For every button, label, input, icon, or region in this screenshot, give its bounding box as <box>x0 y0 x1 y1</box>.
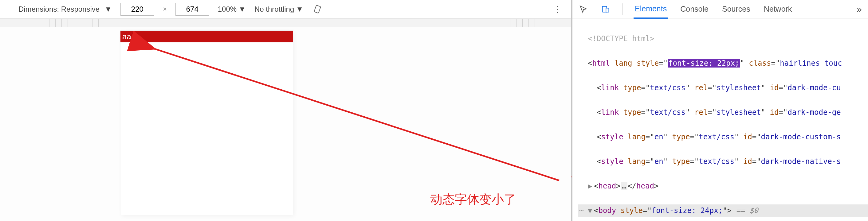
devtools-tabbar: Elements Console Sources Network » <box>572 0 868 19</box>
svg-rect-0 <box>314 5 321 13</box>
chevron-down-icon: ▼ <box>104 5 112 13</box>
dom-style2[interactable]: <style lang="en" type="text/css" id="dar… <box>578 155 868 168</box>
zoom-value: 100% <box>218 5 237 13</box>
zoom-dropdown[interactable]: 100% ▼ <box>218 5 246 13</box>
device-toggle-icon[interactable] <box>600 4 611 15</box>
dom-html-open[interactable]: <html lang style="font-size: 22px;" clas… <box>578 57 868 69</box>
dom-tree[interactable]: <!DOCTYPE html> <html lang style="font-s… <box>572 19 868 221</box>
inspect-icon[interactable] <box>578 4 589 15</box>
dom-style1[interactable]: <style lang="en" type="text/css" id="dar… <box>578 131 868 143</box>
device-stage: aaa 动态字体变小了 <box>0 27 571 221</box>
tabs-overflow-icon[interactable]: » <box>857 4 863 14</box>
dimension-separator: × <box>163 5 167 13</box>
rotate-icon[interactable] <box>312 4 323 15</box>
height-input[interactable] <box>176 3 209 16</box>
dom-link2[interactable]: <link type="text/css" rel="stylesheet" i… <box>578 106 868 118</box>
width-input[interactable] <box>120 3 154 16</box>
dom-doctype[interactable]: <!DOCTYPE html> <box>578 33 868 45</box>
tab-elements[interactable]: Elements <box>633 0 668 19</box>
dimensions-dropdown[interactable]: Dimensions: Responsive ▼ <box>19 5 112 13</box>
throttling-value: No throttling <box>254 5 294 13</box>
device-frame: aaa <box>120 31 293 215</box>
chevron-down-icon: ▼ <box>239 5 246 13</box>
kebab-menu-icon[interactable]: ⋮ <box>553 4 562 14</box>
chevron-down-icon: ▼ <box>296 5 303 13</box>
device-toolbar: Dimensions: Responsive ▼ × 100% ▼ No thr… <box>0 0 571 19</box>
dom-head[interactable]: ▶<head>…</head> <box>578 180 868 192</box>
annotation-label: 动态字体变小了 <box>430 191 516 208</box>
throttling-dropdown[interactable]: No throttling ▼ <box>254 5 303 13</box>
dom-link1[interactable]: <link type="text/css" rel="stylesheet" i… <box>578 82 868 94</box>
dom-body-open[interactable]: ⋯▼<body style="font-size: 24px;"> == $0 <box>578 205 868 217</box>
tab-sources[interactable]: Sources <box>721 0 751 18</box>
dimensions-label: Dimensions: Responsive <box>19 5 99 13</box>
devtools-panel: Elements Console Sources Network » <!DOC… <box>571 0 868 221</box>
svg-rect-5 <box>606 8 609 12</box>
tab-console[interactable]: Console <box>679 0 710 18</box>
tab-network[interactable]: Network <box>763 0 793 18</box>
page-content-bar: aaa <box>120 31 293 42</box>
horizontal-ruler <box>0 19 571 27</box>
page-content-text: aaa <box>122 32 135 41</box>
